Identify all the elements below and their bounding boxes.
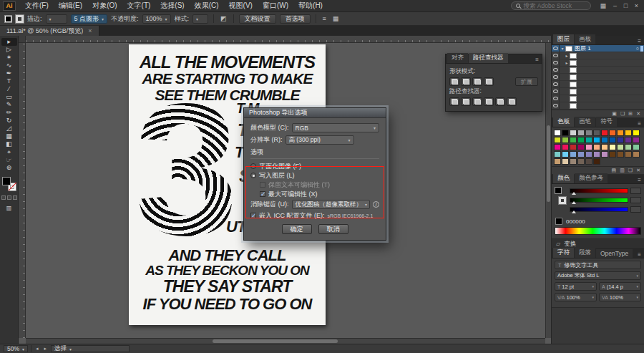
document-tab[interactable]: 111.ai* @ 50% (RGB/预览) ×	[0, 26, 99, 36]
paintbrush-tool[interactable]: ✎	[1, 101, 17, 109]
color-swatch[interactable]	[570, 144, 577, 150]
green-slider[interactable]	[570, 198, 628, 203]
font-family-select[interactable]: Adobe 宋体 Std L▾	[555, 271, 641, 280]
gradient-tool[interactable]: ◧	[1, 140, 17, 148]
new-layer-icon[interactable]: ⊞	[628, 111, 633, 117]
color-swatch[interactable]	[585, 158, 592, 165]
current-tool-display[interactable]: 选择▾	[51, 345, 130, 352]
restore-icon[interactable]: □	[621, 2, 630, 9]
color-swatch[interactable]	[601, 151, 608, 158]
color-swatch[interactable]	[585, 137, 592, 143]
scale-tool[interactable]: ◿	[1, 125, 17, 132]
layer-row[interactable]: ▾图层 1○	[552, 45, 644, 52]
menu-item[interactable]: 编辑(E)	[54, 0, 87, 11]
color-swatch[interactable]	[633, 144, 640, 150]
panel-tab[interactable]: 颜色参考	[575, 173, 608, 183]
align-options-icon[interactable]: ≡	[321, 15, 328, 22]
intersect-button[interactable]	[472, 77, 482, 86]
horizontal-ruler[interactable]	[26, 36, 551, 43]
menu-item[interactable]: 文字(T)	[122, 0, 156, 11]
hscroll-thumb[interactable]	[213, 339, 337, 343]
layer-row[interactable]	[552, 95, 644, 102]
color-swatch[interactable]	[562, 151, 569, 158]
touch-type-tool-button[interactable]: T 修饰文字工具	[555, 261, 641, 269]
opacity-select[interactable]: 100%▾	[142, 14, 171, 24]
stroke-color-swatch[interactable]	[16, 15, 24, 23]
panel-tab[interactable]: 路径查找器	[469, 53, 508, 63]
visibility-toggle[interactable]	[552, 74, 560, 80]
minus-back-button[interactable]	[507, 97, 517, 106]
exclude-button[interactable]	[484, 77, 494, 86]
previous-artboard-icon[interactable]: ◂	[34, 346, 40, 352]
color-swatch[interactable]	[585, 151, 592, 158]
minus-front-button[interactable]	[461, 77, 471, 86]
panel-tab[interactable]: 颜色	[553, 173, 574, 183]
horizontal-scrollbar[interactable]	[26, 338, 545, 344]
resolution-select[interactable]: 高 (300 ppi)▾	[286, 135, 354, 145]
layer-row[interactable]	[552, 74, 644, 81]
color-panel-menu-icon[interactable]: ≡	[635, 177, 644, 183]
panel-menu-icon[interactable]: ≡	[532, 57, 542, 63]
menu-item[interactable]: 帮助(H)	[293, 0, 328, 11]
color-swatch[interactable]	[577, 158, 585, 165]
visibility-toggle[interactable]	[552, 45, 560, 52]
layer-row[interactable]	[552, 102, 644, 110]
rotate-tool[interactable]: ↻	[1, 117, 17, 125]
layer-row[interactable]: ▸	[552, 52, 644, 59]
color-swatch[interactable]	[570, 151, 577, 158]
new-sublayer-icon[interactable]: ❏	[620, 111, 625, 117]
layer-row[interactable]	[552, 67, 644, 74]
panel-tab[interactable]: OpenType	[596, 249, 633, 258]
ok-button[interactable]: 确定	[282, 224, 312, 234]
menu-item[interactable]: 窗口(W)	[258, 0, 293, 11]
search-input[interactable]	[523, 2, 585, 9]
divide-button[interactable]	[449, 97, 459, 106]
color-swatch[interactable]	[562, 130, 569, 136]
layers-panel-menu-icon[interactable]: ≡	[635, 38, 644, 44]
menu-item[interactable]: 对象(O)	[87, 0, 122, 11]
color-swatch[interactable]	[577, 144, 585, 150]
flatten-image-radio[interactable]	[250, 163, 256, 169]
ruler-origin[interactable]	[19, 36, 26, 43]
panel-tab[interactable]: 段落	[575, 248, 595, 258]
max-editability-checkbox[interactable]	[260, 191, 265, 197]
pencil-tool[interactable]: ✏	[1, 109, 17, 117]
new-swatch-icon[interactable]: ❏	[628, 168, 633, 173]
visibility-toggle[interactable]	[552, 95, 560, 102]
panel-tab[interactable]: 画板	[575, 34, 595, 44]
color-swatch[interactable]	[554, 158, 561, 165]
color-swatch[interactable]	[617, 144, 624, 150]
color-swatch[interactable]	[562, 144, 569, 150]
pen-tool[interactable]: ✒	[1, 69, 17, 77]
visibility-toggle[interactable]	[552, 59, 560, 66]
next-artboard-icon[interactable]: ▸	[43, 346, 49, 352]
expand-triangle[interactable]: ▸	[564, 60, 570, 65]
document-setup-button[interactable]: 文档设置	[239, 14, 276, 24]
line-segment-tool[interactable]: ∕	[1, 85, 17, 93]
style-select[interactable]: ▾	[192, 14, 208, 24]
recolor-artwork-icon[interactable]: ◩	[219, 15, 228, 22]
screen-mode-icon[interactable]: ▥	[6, 205, 12, 211]
color-swatch[interactable]	[593, 137, 600, 143]
color-swatch[interactable]	[562, 158, 569, 165]
fill-chip-icon[interactable]	[555, 187, 562, 194]
menu-item[interactable]: 文件(F)	[20, 0, 54, 11]
direct-selection-tool[interactable]: ▷	[1, 46, 17, 54]
fill-stroke-control[interactable]	[2, 177, 16, 191]
type-tool[interactable]: T	[1, 77, 17, 85]
vscroll-thumb[interactable]	[547, 125, 550, 202]
swatches-panel-menu-icon[interactable]: ≡	[635, 120, 644, 127]
make-clipping-mask-icon[interactable]: ▣	[612, 111, 617, 117]
color-swatch[interactable]	[601, 130, 608, 136]
layer-row[interactable]	[552, 81, 644, 88]
color-swatch[interactable]	[593, 151, 600, 158]
color-swatch[interactable]	[625, 144, 632, 150]
info-icon[interactable]: i	[373, 201, 379, 208]
color-swatch[interactable]	[633, 137, 640, 143]
fill-swatch-icon[interactable]	[2, 177, 11, 185]
unite-button[interactable]	[449, 77, 459, 86]
color-swatch[interactable]	[601, 144, 608, 150]
embed-icc-checkbox[interactable]	[250, 213, 256, 218]
stroke-weight-select[interactable]: ▾	[46, 14, 67, 24]
color-swatch[interactable]	[633, 130, 640, 136]
